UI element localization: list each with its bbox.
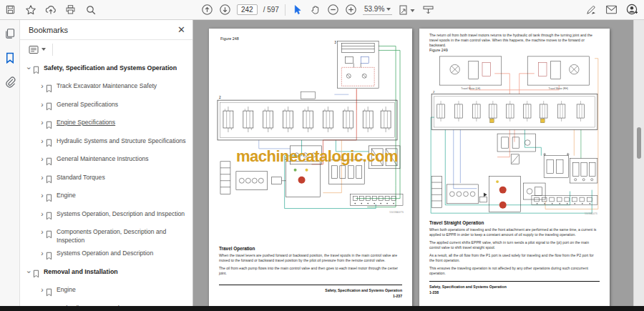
bookmarks-panel-tools (20, 40, 192, 59)
footer-page-number: 1-238 (429, 290, 507, 295)
chevron-right-icon[interactable]: › (39, 228, 46, 236)
chevron-right-icon[interactable]: › (39, 192, 46, 199)
bookmarks-panel-title: Bookmarks (29, 26, 68, 34)
bookmark-item[interactable]: ›Hydraulic Systems and Structure Specifi… (20, 134, 192, 153)
page-number-input[interactable]: 242 (237, 4, 258, 15)
footer-rule (429, 281, 600, 282)
footer-section-title: Safety, Specification and Systems Operat… (325, 287, 402, 293)
toolbar-divider (285, 4, 286, 16)
bookmark-item-label: General Maintenance Instructions (55, 155, 149, 164)
chevron-right-icon[interactable]: › (39, 137, 46, 145)
figure-label: Figure 249 (429, 48, 448, 52)
body-text: The return oil from both travel motors r… (429, 33, 600, 51)
zoom-level-dropdown[interactable]: 53.9% (363, 4, 392, 15)
close-icon[interactable]: ✕ (177, 25, 185, 34)
toolbar: 242 / 597 53.9% (0, 0, 644, 20)
bookmark-icon (33, 268, 42, 282)
section-heading: Travel Operation (219, 246, 255, 251)
hand-tool-icon[interactable] (309, 4, 321, 16)
footer-page-number: 1-237 (325, 293, 402, 299)
bookmarks-panel-header: Bookmarks ✕ (20, 20, 192, 40)
bookmark-item-label: Track Excavator Maintenance Safety (55, 82, 157, 91)
bookmark-icon (46, 192, 55, 205)
chevron-right-icon[interactable]: › (39, 174, 46, 182)
bookmark-item[interactable]: ›Safety, Specification and Systems Opera… (20, 61, 192, 80)
next-page-icon[interactable] (219, 4, 231, 16)
zoom-in-icon[interactable] (345, 4, 357, 16)
footer-section-title: Safety, Specification and Systems Operat… (429, 284, 507, 290)
chevron-down-icon (386, 8, 391, 11)
fill-sign-pen-icon[interactable] (585, 4, 597, 16)
scrollbar-thumb[interactable] (637, 127, 641, 159)
watermark-text: machinecatalogic.com (236, 147, 398, 166)
chevron-down-icon[interactable]: › (26, 64, 33, 72)
bookmark-item-label: Hydraulic Systems and Structure Specific… (55, 137, 186, 146)
chevron-right-icon[interactable]: › (39, 82, 46, 90)
bookmark-options-button[interactable] (26, 44, 53, 56)
bookmark-icon (46, 119, 55, 132)
previous-page-icon[interactable] (201, 4, 213, 16)
vertical-scrollbar[interactable] (633, 20, 644, 306)
paragraph: When both operations of traveling and th… (429, 227, 600, 237)
bookmark-icon (46, 228, 55, 242)
page-footer: Safety, Specification and Systems Operat… (325, 287, 402, 299)
bookmark-item[interactable]: ›Standard Torques (20, 171, 192, 189)
chevron-down-icon (42, 48, 46, 51)
bookmark-item[interactable]: ›Removal and Installation (20, 265, 192, 284)
paragraph: When the travel levers are pushed forwar… (219, 253, 402, 263)
chevron-right-icon[interactable]: › (39, 155, 46, 163)
bookmarks-panel-icon[interactable] (4, 51, 16, 64)
bookmark-item[interactable]: ›Systems Operation and Description (20, 247, 192, 266)
bookmark-item-label: Engine (55, 286, 76, 295)
bookmark-item[interactable]: ›Systems Operation, Description and Insp… (20, 207, 192, 226)
motor-lh-label: Travel Motor (LH) (461, 87, 480, 90)
select-cursor-icon[interactable] (291, 4, 303, 16)
paragraph: This ensures the traveling operation is … (429, 266, 600, 276)
chevron-right-icon[interactable]: › (39, 286, 46, 294)
page-thumbnails-icon[interactable] (4, 27, 16, 40)
chevron-right-icon[interactable]: › (39, 119, 46, 127)
toolbar-nav-group: 242 / 597 53.9% (201, 0, 434, 19)
page-fit-dropdown[interactable] (398, 4, 416, 16)
chevron-down-icon[interactable]: › (26, 268, 33, 276)
bookmark-icon (46, 250, 55, 263)
diagram-callout: 2 (219, 95, 221, 99)
paragraph: The oil from each pump flows into the ma… (219, 266, 402, 276)
paragraph: The applied current shifts EPPR valve, w… (429, 240, 600, 250)
diagram-id-label: 55018A00TS (585, 212, 597, 215)
bookmark-item-label: Standard Torques (55, 174, 105, 182)
zoom-level-value: 53.9% (364, 5, 384, 13)
attachments-icon[interactable] (4, 76, 16, 89)
bookmark-item[interactable]: ›General Maintenance Instructions (20, 153, 192, 172)
bookmark-item[interactable]: ›Components Operation, Description and I… (20, 226, 192, 247)
motor-rh-label: Travel Motor (RH) (549, 87, 568, 90)
bookmark-item[interactable]: ›General Specifications (20, 98, 192, 117)
toolbar-account-group (585, 0, 638, 19)
star-icon[interactable] (24, 4, 36, 16)
measure-tool-icon[interactable] (422, 4, 434, 16)
chevron-right-icon[interactable]: › (39, 210, 46, 218)
document-view[interactable]: ◂ Figure 248 (193, 20, 644, 306)
bookmark-icon (46, 82, 55, 96)
chevron-right-icon[interactable]: › (39, 101, 46, 109)
search-icon[interactable] (84, 4, 97, 16)
bookmark-item-label: Engine Specifications (55, 119, 115, 127)
email-icon[interactable] (605, 4, 618, 16)
bookmark-icon (46, 155, 55, 169)
footer-rule (219, 285, 402, 285)
account-avatar-icon[interactable] (626, 4, 638, 16)
bookmark-item-label: Safety, Specification and Systems Operat… (42, 64, 177, 73)
bookmark-list: ›Safety, Specification and Systems Opera… (20, 59, 192, 311)
share-cloud-icon[interactable] (44, 4, 57, 16)
bookmark-item-label: General Specifications (55, 101, 118, 109)
bookmark-item[interactable]: ›Track Excavator Maintenance Safety (20, 80, 192, 99)
print-icon[interactable] (64, 4, 77, 16)
save-icon[interactable] (4, 4, 16, 16)
chevron-right-icon[interactable]: › (39, 250, 46, 257)
zoom-out-icon[interactable] (327, 4, 339, 16)
bookmark-item[interactable]: ›Engine Specifications (20, 117, 192, 135)
bookmark-icon (46, 174, 55, 187)
bookmark-item[interactable]: ›Engine (20, 189, 192, 208)
bookmark-item[interactable]: ›Engine (20, 284, 192, 302)
body-text: When the travel levers are pushed forwar… (219, 253, 402, 279)
